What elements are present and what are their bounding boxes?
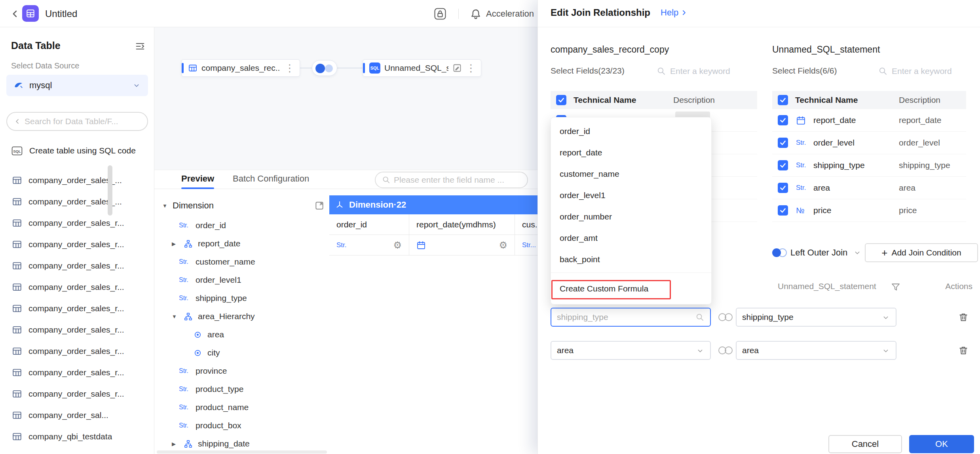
tree-item[interactable]: Str.shipping_type <box>154 289 329 307</box>
help-link[interactable]: Help <box>661 8 688 18</box>
number-type-icon: № <box>796 206 813 215</box>
string-type-icon: Str. <box>336 241 347 249</box>
tree-item[interactable]: Str.customer_name <box>154 253 329 271</box>
table-list-item[interactable]: company_order_sales_... <box>0 191 154 212</box>
dimension-block-header[interactable]: Dimension·22 <box>329 195 551 214</box>
sidebar-scrollbar[interactable] <box>108 165 112 216</box>
caret-right-icon[interactable]: ▶ <box>172 441 184 447</box>
tree-item[interactable]: ▼area_Hierarchy <box>154 307 329 325</box>
caret-down-icon[interactable]: ▼ <box>172 314 184 320</box>
delete-condition-icon[interactable] <box>958 312 969 322</box>
collapse-sidebar-icon[interactable] <box>134 40 146 53</box>
dropdown-item[interactable]: order_number <box>551 206 711 227</box>
delete-condition-icon[interactable] <box>958 345 969 356</box>
table-search-box[interactable] <box>6 112 148 131</box>
dropdown-item[interactable]: order_level1 <box>551 185 711 206</box>
string-type-icon: Str. <box>179 295 196 302</box>
condition-left-field-select[interactable]: area <box>551 341 711 360</box>
tree-item[interactable]: Str.order_level1 <box>154 271 329 289</box>
join-type-badge[interactable] <box>312 60 337 76</box>
bell-icon[interactable] <box>469 7 483 21</box>
field-checkbox[interactable] <box>778 205 788 216</box>
left-keyword-search[interactable] <box>657 63 745 79</box>
table-search-input[interactable] <box>25 117 141 126</box>
dropdown-item[interactable]: order_amt <box>551 227 711 249</box>
datasource-select[interactable]: mysql <box>6 75 148 96</box>
field-checkbox[interactable] <box>778 115 788 125</box>
field-checkbox[interactable] <box>778 183 788 193</box>
dropdown-item[interactable]: report_date <box>551 142 711 163</box>
condition-right-field-select[interactable]: area <box>736 341 896 360</box>
tree-item[interactable]: Str.product_name <box>154 398 329 416</box>
gear-icon[interactable]: ⚙ <box>499 240 507 251</box>
right-keyword-search[interactable] <box>878 63 967 79</box>
condition-left-field-input[interactable] <box>557 312 695 322</box>
field-row[interactable]: Str. area area <box>772 177 966 199</box>
field-checkbox[interactable] <box>778 138 788 148</box>
table-list-item[interactable]: company_order_sal... <box>0 405 154 426</box>
join-type-select[interactable]: Left Outer Join <box>772 243 862 262</box>
filter-icon[interactable] <box>891 282 900 292</box>
dropdown-item[interactable]: customer_name <box>551 163 711 185</box>
tab-preview[interactable]: Preview <box>181 170 214 189</box>
more-actions-icon[interactable]: ⋮ <box>285 63 295 73</box>
field-row[interactable]: Str. shipping_type shipping_type <box>772 154 966 177</box>
field-row[interactable]: Str. order_level order_level <box>772 132 966 154</box>
tab-batch-configuration[interactable]: Batch Configuration <box>233 170 309 189</box>
dimension-tree-header[interactable]: ▼ Dimension <box>162 199 325 213</box>
column-header[interactable]: report_date(ymdhms) <box>409 214 515 235</box>
table-list-item[interactable]: company_qbi_testdata <box>0 426 154 447</box>
join-node-left-table[interactable]: company_sales_rec... ⋮ <box>181 59 300 77</box>
field-row[interactable]: № price price <box>772 199 966 222</box>
tree-item[interactable]: Str.product_type <box>154 380 329 398</box>
acceleration-menu[interactable]: Acceleration <box>486 0 534 27</box>
table-list-item[interactable]: company_order_sales_r... <box>0 340 154 362</box>
table-list-item[interactable]: company_order_sales_r... <box>0 319 154 340</box>
tree-item[interactable]: city <box>154 344 329 362</box>
ok-button[interactable]: OK <box>909 435 974 453</box>
horizontal-scrollbar[interactable] <box>157 450 327 454</box>
left-keyword-input[interactable] <box>670 66 745 76</box>
dropdown-item[interactable]: order_id <box>551 121 711 142</box>
table-list-item[interactable]: company_order_sales_r... <box>0 383 154 405</box>
field-row[interactable]: report_date report_date <box>772 109 966 132</box>
table-list-item[interactable]: company_order_sales_... <box>0 170 154 191</box>
tree-item[interactable]: Str.province <box>154 362 329 380</box>
tree-item[interactable]: area <box>154 325 329 344</box>
column-header[interactable]: order_id <box>329 214 409 235</box>
cancel-button[interactable]: Cancel <box>828 435 902 453</box>
field-checkbox[interactable] <box>778 160 788 170</box>
tree-item[interactable]: Str.order_id <box>154 216 329 235</box>
field-search-input[interactable] <box>394 175 521 185</box>
table-list-item[interactable]: company_order_sales_r... <box>0 212 154 234</box>
tree-item[interactable]: ▶report_date <box>154 235 329 253</box>
caret-right-icon[interactable]: ▶ <box>172 241 184 247</box>
create-sql-button[interactable]: Create table using SQL code <box>11 141 136 160</box>
more-actions-icon[interactable]: ⋮ <box>466 63 476 73</box>
search-icon <box>695 312 705 322</box>
add-join-condition-button[interactable]: + Add Join Condition <box>865 243 978 262</box>
table-list-item[interactable]: company_order_sales_r... <box>0 276 154 298</box>
table-list-item[interactable]: company_order_sales_r... <box>0 298 154 319</box>
string-type-icon: Str. <box>796 139 813 147</box>
table-list-item[interactable]: company_order_sales_r... <box>0 255 154 276</box>
back-button[interactable] <box>7 6 23 22</box>
condition-right-field-select[interactable]: shipping_type <box>736 308 896 327</box>
select-all-checkbox[interactable] <box>778 95 788 105</box>
select-all-checkbox[interactable] <box>556 95 566 105</box>
topbar-divider <box>458 9 459 19</box>
expand-panel-icon[interactable] <box>314 201 325 211</box>
create-custom-formula-item[interactable]: Create Custom Formula <box>551 275 711 302</box>
lock-button[interactable] <box>432 6 448 22</box>
condition-left-field-select[interactable] <box>551 308 711 327</box>
tree-item[interactable]: Str.product_box <box>154 416 329 435</box>
caret-down-icon[interactable]: ▼ <box>162 203 173 209</box>
table-list-item[interactable]: company_order_sales_r... <box>0 362 154 383</box>
join-node-sql-statement[interactable]: SQL Unnamed_SQL_s... ⋮ <box>363 59 481 77</box>
dropdown-item[interactable]: back_point <box>551 249 711 270</box>
gear-icon[interactable]: ⚙ <box>393 240 402 251</box>
right-keyword-input[interactable] <box>892 66 967 76</box>
table-list-item[interactable]: company_order_sales_r... <box>0 234 154 255</box>
edit-icon[interactable] <box>452 63 462 73</box>
field-search-box[interactable] <box>375 172 528 188</box>
